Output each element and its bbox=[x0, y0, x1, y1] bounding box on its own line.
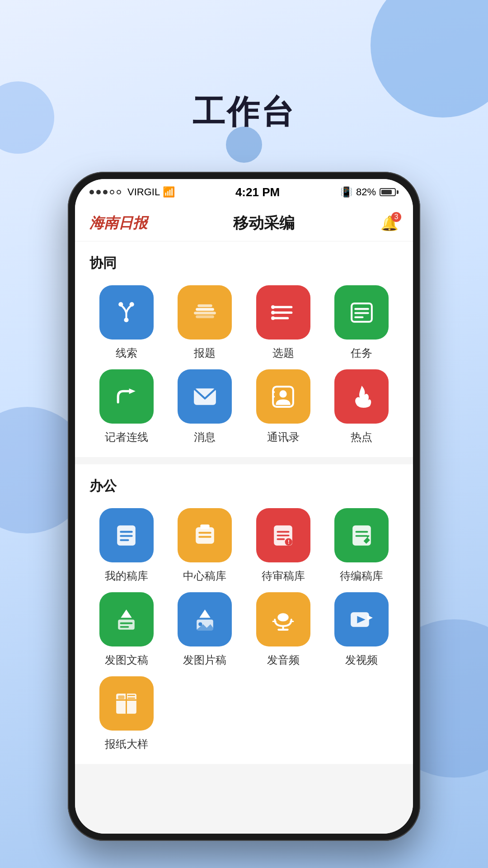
icon-xiansuo[interactable]: 线索 bbox=[89, 285, 164, 360]
icon-label-xuanti: 选题 bbox=[272, 346, 294, 360]
icon-baoti[interactable]: 报题 bbox=[168, 285, 242, 360]
icon-label-renwu: 任务 bbox=[351, 346, 372, 360]
icon-label-fatuwengao: 发图文稿 bbox=[105, 653, 148, 667]
app-header: 海南日报 移动采编 🔔 3 bbox=[75, 205, 413, 241]
icon-renwu[interactable]: 任务 bbox=[325, 285, 399, 360]
svg-rect-7 bbox=[196, 315, 214, 318]
icon-baozhidayang[interactable]: 报纸大样 bbox=[89, 676, 164, 751]
icon-fatuwengao[interactable]: 发图文稿 bbox=[89, 592, 164, 667]
svg-point-13 bbox=[271, 316, 275, 320]
icon-fatupingao[interactable]: 发图片稿 bbox=[168, 592, 242, 667]
icon-label-baoti: 报题 bbox=[194, 346, 216, 360]
status-time: 4:21 PM bbox=[235, 185, 280, 199]
svg-point-21 bbox=[280, 390, 287, 397]
icon-box-xiaoxi bbox=[178, 369, 232, 424]
icon-label-xiansuo: 线索 bbox=[116, 346, 137, 360]
dot3 bbox=[103, 190, 108, 194]
svg-rect-60 bbox=[118, 695, 124, 699]
icon-label-baozhidayang: 报纸大样 bbox=[105, 737, 148, 751]
svg-rect-43 bbox=[118, 619, 135, 629]
svg-rect-5 bbox=[197, 304, 212, 307]
svg-rect-6 bbox=[194, 311, 216, 314]
icon-label-xiaoxi: 消息 bbox=[194, 430, 216, 444]
page-title: 工作台 bbox=[0, 90, 488, 134]
icon-label-jizhelianxian: 记者连线 bbox=[105, 430, 148, 444]
icon-box-jizhelianxian bbox=[99, 369, 154, 424]
svg-rect-49 bbox=[278, 613, 289, 621]
icon-box-daishenganku: ! bbox=[256, 508, 310, 562]
icon-box-baoti bbox=[178, 285, 232, 340]
battery-fill bbox=[381, 190, 392, 194]
battery-tip bbox=[397, 190, 399, 194]
dot5 bbox=[117, 190, 121, 194]
xietong-grid: 线索 报题 bbox=[89, 285, 399, 444]
carrier-name: VIRGIL bbox=[127, 186, 160, 198]
battery-percent: 82% bbox=[356, 186, 376, 198]
section-title-bangong: 办公 bbox=[89, 477, 399, 495]
section-xietong: 协同 线索 bbox=[75, 241, 413, 457]
section-title-xietong: 协同 bbox=[89, 254, 399, 273]
wifi-icon: 📶 bbox=[163, 186, 175, 198]
header-title: 移动采编 bbox=[233, 213, 295, 234]
icon-zhongxinganku[interactable]: 中心稿库 bbox=[168, 508, 242, 583]
svg-marker-42 bbox=[121, 609, 132, 618]
phone-frame: VIRGIL 📶 4:21 PM 📳 82% 海南日报 移动采编 🔔 bbox=[68, 172, 420, 841]
svg-point-1 bbox=[130, 302, 134, 307]
icon-xiaoxi[interactable]: 消息 bbox=[168, 369, 242, 444]
icon-label-fashipin: 发视频 bbox=[345, 653, 378, 667]
svg-rect-22 bbox=[272, 391, 275, 393]
icon-daishenganku[interactable]: ! 待审稿库 bbox=[246, 508, 320, 583]
icon-jizhelianxian[interactable]: 记者连线 bbox=[89, 369, 164, 444]
svg-marker-18 bbox=[129, 388, 136, 394]
icon-fayinpin[interactable]: 发音频 bbox=[246, 592, 320, 667]
notification-badge: 3 bbox=[391, 212, 401, 222]
phone-screen: VIRGIL 📶 4:21 PM 📳 82% 海南日报 移动采编 🔔 bbox=[75, 179, 413, 834]
icon-wodeganku[interactable]: 我的稿库 bbox=[89, 508, 164, 583]
icon-daibiangangku[interactable]: 待编稿库 bbox=[325, 508, 399, 583]
svg-point-0 bbox=[118, 302, 123, 307]
scroll-content[interactable]: 协同 线索 bbox=[75, 241, 413, 834]
icon-label-tongxunlu: 通讯录 bbox=[267, 430, 300, 444]
section-bangong: 办公 我的稿库 bbox=[75, 464, 413, 764]
icon-box-fatupingao bbox=[178, 592, 232, 646]
svg-point-12 bbox=[271, 311, 275, 314]
svg-rect-4 bbox=[196, 308, 214, 311]
svg-rect-23 bbox=[272, 396, 275, 397]
battery-body bbox=[380, 188, 396, 196]
icon-label-daishenganku: 待审稿库 bbox=[262, 569, 305, 583]
status-left: VIRGIL 📶 bbox=[89, 186, 175, 198]
svg-marker-55 bbox=[367, 615, 372, 620]
svg-text:!: ! bbox=[288, 538, 290, 545]
icon-label-zhongxinganku: 中心稿库 bbox=[183, 569, 226, 583]
icon-box-fashipin bbox=[334, 592, 389, 646]
status-bar: VIRGIL 📶 4:21 PM 📳 82% bbox=[75, 179, 413, 205]
notification-button[interactable]: 🔔 3 bbox=[380, 215, 399, 232]
icon-box-renwu bbox=[334, 285, 389, 340]
bangong-grid: 我的稿库 中心稿库 bbox=[89, 508, 399, 751]
dot1 bbox=[89, 190, 94, 194]
icon-label-fatupingao: 发图片稿 bbox=[183, 653, 226, 667]
status-right: 📳 82% bbox=[340, 186, 399, 198]
dot2 bbox=[96, 190, 101, 194]
icon-label-wodeganku: 我的稿库 bbox=[105, 569, 148, 583]
svg-rect-28 bbox=[196, 527, 214, 544]
icon-redian[interactable]: 热点 bbox=[325, 369, 399, 444]
app-logo: 海南日报 bbox=[89, 213, 147, 233]
icon-box-redian bbox=[334, 369, 389, 424]
signal-dots bbox=[89, 190, 121, 194]
icon-xuanti[interactable]: 选题 bbox=[246, 285, 320, 360]
bluetooth-icon: 📳 bbox=[340, 186, 352, 198]
icon-box-zhongxinganku bbox=[178, 508, 232, 562]
icon-box-baozhidayang bbox=[99, 676, 154, 731]
icon-label-daibianganku: 待编稿库 bbox=[340, 569, 383, 583]
icon-fashipin[interactable]: 发视频 bbox=[325, 592, 399, 667]
icon-box-tongxunlu bbox=[256, 369, 310, 424]
svg-point-11 bbox=[271, 305, 275, 309]
icon-box-fayinpin bbox=[256, 592, 310, 646]
icon-box-xuanti bbox=[256, 285, 310, 340]
dot4 bbox=[110, 190, 114, 194]
icon-tongxunlu[interactable]: 通讯录 bbox=[246, 369, 320, 444]
icon-box-wodeganku bbox=[99, 508, 154, 562]
battery-icon bbox=[380, 188, 399, 196]
icon-label-fayinpin: 发音频 bbox=[267, 653, 300, 667]
